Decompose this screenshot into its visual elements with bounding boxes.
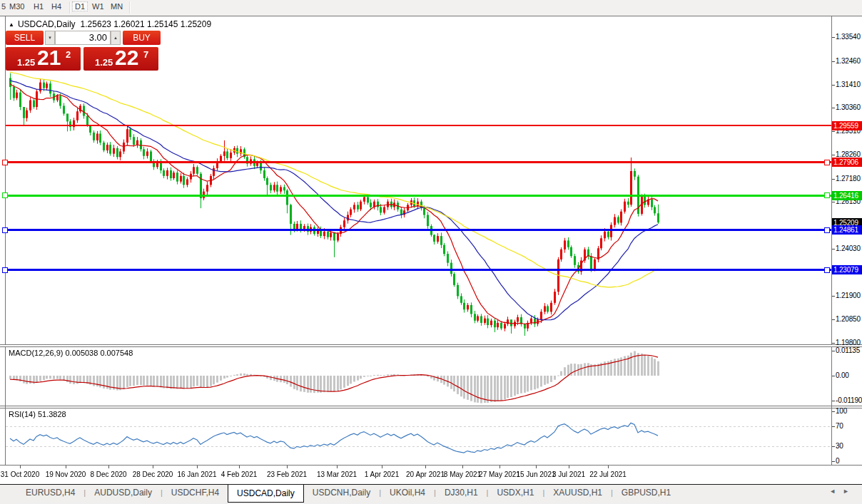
rsi-tick-mark: [832, 461, 835, 462]
hline-handle[interactable]: [824, 160, 830, 165]
date-tick-mark: [536, 466, 537, 468]
bid-price-point: 2: [66, 49, 71, 60]
price-tick-label: 1.31410: [836, 81, 861, 88]
price-badge: 1.23079: [832, 265, 862, 274]
timeframe-button-m30[interactable]: M30: [9, 2, 24, 11]
rsi-tick-mark: [832, 426, 835, 427]
price-tick-mark: [832, 131, 835, 132]
price-tick-label: 1.24030: [836, 245, 861, 252]
price-tick-mark: [832, 179, 835, 180]
date-tick-label: 20 Apr 2021: [406, 470, 445, 478]
chart-tab-bar: EURUSD,H4|AUDUSD,Daily|USDCHF,H4USDCAD,D…: [0, 484, 862, 503]
timeframe-button-h1[interactable]: H1: [34, 2, 44, 11]
chart-tab-xauusd[interactable]: XAUUSD,H1: [544, 485, 611, 503]
ask-price-major: 1.25: [95, 57, 113, 68]
hline-handle[interactable]: [2, 192, 8, 198]
macd-tick-mark: [832, 376, 835, 376]
rsi-tick-mark: [832, 446, 835, 447]
date-tick-label: 31 Oct 2020: [1, 470, 39, 478]
price-tick-label: 1.32460: [836, 57, 861, 65]
date-tick-label: 16 Jan 2021: [177, 470, 216, 478]
date-tick-label: 1 Apr 2021: [365, 470, 399, 478]
date-tick-label: 4 Feb 2021: [221, 470, 258, 478]
chart-tab-eurusd[interactable]: EURUSD,H4: [17, 485, 83, 503]
timeframe-toolbar: 5M30H1H4D1W1MN: [0, 0, 862, 16]
rsi-tick-label: 100: [836, 407, 861, 415]
date-tick-label: 3 Jul 2021: [552, 470, 585, 478]
chart-tab-usdx[interactable]: USDX,H1: [488, 485, 542, 503]
bid-price-button[interactable]: 1.25 21 2: [6, 47, 81, 71]
date-tick-mark: [287, 466, 288, 468]
chart-tab-gbpusd[interactable]: GBPUSD,H1: [613, 485, 679, 503]
date-tick-mark: [500, 466, 500, 468]
timeframe-button-mn[interactable]: MN: [111, 2, 123, 11]
hline-handle[interactable]: [824, 267, 830, 273]
price-badge: 1.29559: [832, 121, 862, 130]
volume-decrease-button[interactable]: ▾: [45, 31, 55, 45]
macd-tick-mark: [832, 351, 835, 351]
rsi-tick-mark: [832, 411, 835, 412]
toolbar-separator: [69, 1, 71, 14]
hline-handle[interactable]: [2, 160, 8, 165]
date-tick-label: 8 Dec 2020: [90, 470, 126, 478]
ask-price-point: 7: [143, 49, 148, 60]
hline-handle[interactable]: [2, 267, 8, 273]
date-tick-label: 22 Jul 2021: [589, 470, 627, 478]
chart-tab-usdchf[interactable]: USDCHF,H4: [163, 485, 228, 503]
rsi-tick-label: 30: [836, 442, 861, 450]
timeframe-button-d1[interactable]: D1: [72, 1, 88, 11]
price-tick-mark: [832, 61, 835, 62]
tab-scroll-left-icon[interactable]: ◄: [829, 488, 843, 495]
sell-button[interactable]: SELL: [6, 31, 44, 45]
rsi-indicator-canvas[interactable]: [6, 408, 831, 465]
date-tick-mark: [425, 466, 426, 468]
hline-handle[interactable]: [824, 227, 830, 233]
hline-handle[interactable]: [824, 192, 830, 198]
volume-input[interactable]: 3.00: [55, 31, 111, 45]
date-tick-label: 8 May 2021: [444, 470, 481, 478]
date-tick-mark: [608, 466, 609, 468]
macd-tick-label: 0.01135: [836, 346, 861, 354]
price-tick-mark: [832, 202, 835, 202]
chart-tab-dj30[interactable]: DJ30,H1: [436, 485, 487, 503]
chart-tab-usdcnh[interactable]: USDCNH,Daily: [304, 485, 379, 503]
volume-increase-button[interactable]: ▴: [111, 31, 121, 45]
date-tick-mark: [153, 466, 153, 468]
price-tick-mark: [832, 37, 835, 38]
date-tick-label: 15 Jun 2021: [516, 470, 555, 478]
timeframe-button-h4[interactable]: H4: [51, 2, 61, 11]
rsi-pane-top-border[interactable]: [0, 408, 862, 408]
tab-scroll-arrows: ◄►: [829, 488, 856, 495]
chart-ohlc-values: 1.25623 1.26021 1.25145 1.25209: [81, 19, 212, 29]
price-tick-mark: [832, 343, 835, 344]
trade-controls-row: SELL ▾ 3.00 ▴ BUY: [6, 31, 161, 45]
price-tick-mark: [832, 296, 835, 297]
price-badge: 1.27906: [832, 158, 862, 167]
price-tick-mark: [832, 319, 835, 320]
timeframe-button-w1[interactable]: W1: [92, 2, 104, 11]
chart-tab-ukoil[interactable]: UKOil,H4: [381, 485, 434, 503]
ask-price-button[interactable]: 1.25 22 7: [83, 47, 158, 71]
buy-button[interactable]: BUY: [123, 31, 161, 45]
date-tick-mark: [569, 466, 569, 468]
rsi-tick-label: 70: [836, 422, 861, 430]
main-pane-bottom-border: [0, 344, 862, 345]
macd-pane-top-border[interactable]: [0, 346, 862, 347]
date-tick-label: 28 Dec 2020: [133, 470, 173, 478]
price-axis-border: [831, 16, 832, 466]
tab-scroll-right-icon[interactable]: ►: [843, 488, 856, 495]
price-tick-label: 1.19800: [836, 339, 861, 346]
timeframe-button-5[interactable]: 5: [1, 2, 6, 11]
chart-tab-usdcad[interactable]: USDCAD,Daily: [228, 485, 304, 503]
rsi-tick-label: 0: [836, 457, 861, 465]
macd-pane-bottom-border: [0, 406, 862, 406]
chart-tab-audusd[interactable]: AUDUSD,Daily: [86, 485, 161, 503]
collapse-panel-icon[interactable]: ▲: [9, 21, 14, 28]
date-tick-mark: [337, 466, 338, 468]
date-tick-label: 27 May 2021: [479, 470, 520, 478]
price-tick-mark: [832, 155, 835, 155]
chart-left-border: [5, 16, 6, 466]
hline-handle[interactable]: [2, 227, 8, 233]
price-badge: 1.24861: [832, 225, 862, 235]
price-tick-label: 1.20850: [836, 315, 861, 323]
